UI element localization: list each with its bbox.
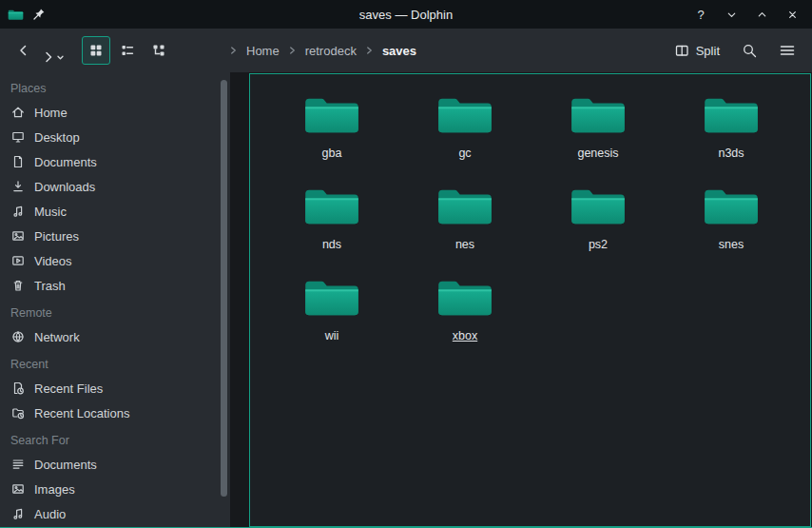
search-button[interactable] (734, 35, 764, 66)
sidebar-item-pictures[interactable]: Pictures (0, 224, 230, 248)
sidebar-item-label: Documents (34, 458, 97, 472)
folder-item-gc[interactable]: gc (398, 84, 532, 175)
music-note-icon (10, 204, 26, 219)
maximize-icon (756, 9, 768, 21)
hamburger-icon (779, 43, 796, 58)
back-button[interactable] (10, 36, 38, 65)
section-title-remote: Remote (0, 298, 230, 324)
video-icon (10, 253, 26, 268)
folder-name: n3ds (718, 147, 744, 160)
folder-item-genesis[interactable]: genesis (532, 84, 665, 175)
sidebar-item-desktop[interactable]: Desktop (0, 125, 230, 149)
folder-icon (302, 276, 361, 320)
sidebar-item-label: Pictures (34, 229, 79, 244)
sidebar-item-label: Videos (34, 254, 72, 268)
folder-item-n3ds[interactable]: n3ds (665, 84, 798, 175)
image-icon (10, 481, 26, 497)
sidebar-item-label: Music (34, 205, 67, 219)
sidebar-item-downloads[interactable]: Downloads (0, 174, 230, 199)
pin-icon[interactable] (32, 8, 46, 21)
breadcrumb: Home retrodeck saves (230, 42, 417, 60)
document-icon (10, 154, 26, 169)
sidebar-item-label: Audio (34, 507, 66, 521)
folder-name: genesis (577, 147, 618, 160)
breadcrumb-retrodeck[interactable]: retrodeck (304, 42, 358, 60)
folder-icon (569, 185, 628, 228)
folder-name: gba (322, 147, 342, 160)
sidebar-item-label: Desktop (34, 130, 80, 145)
sidebar-item-label: Home (34, 106, 68, 120)
folder-icon (702, 93, 761, 137)
folder-icon (569, 93, 628, 137)
folder-name: xbox (453, 329, 477, 342)
sidebar-item-music[interactable]: Music (0, 199, 230, 224)
dolphin-window: saves — Dolphin ? (0, 0, 812, 528)
sidebar-item-label: Trash (34, 279, 66, 293)
sidebar-item-label: Documents (34, 155, 97, 169)
trash-icon (10, 278, 26, 293)
sidebar-item-search-audio[interactable]: Audio (0, 501, 230, 526)
sidebar-item-search-documents[interactable]: Documents (0, 452, 230, 477)
folder-name: nes (455, 238, 474, 251)
tree-view-icon (151, 43, 166, 58)
recent-files-icon (10, 381, 26, 396)
section-title-recent: Recent (0, 349, 230, 376)
folder-icon (8, 9, 24, 21)
hamburger-menu-button[interactable] (772, 35, 802, 66)
folder-icon (435, 185, 494, 228)
folder-item-ps2[interactable]: ps2 (532, 175, 665, 266)
sidebar-item-label: Images (34, 482, 75, 497)
chevron-right-icon (289, 46, 296, 55)
sidebar-item-videos[interactable]: Videos (0, 248, 230, 273)
folder-icon (302, 185, 361, 228)
folder-name: nds (322, 238, 341, 251)
folder-item-nds[interactable]: nds (265, 175, 398, 266)
sidebar-item-network[interactable]: Network (0, 324, 230, 349)
sidebar-item-recent-locations[interactable]: Recent Locations (0, 401, 230, 425)
compact-view-button[interactable] (113, 36, 142, 65)
folder-item-nes[interactable]: nes (398, 175, 532, 266)
sidebar-item-label: Recent Locations (34, 406, 129, 420)
tree-view-button[interactable] (145, 36, 173, 65)
minimize-button[interactable] (719, 3, 744, 26)
chevron-right-icon (366, 46, 373, 55)
split-icon (674, 43, 689, 58)
icons-view-button[interactable] (82, 36, 110, 65)
breadcrumb-home[interactable]: Home (245, 42, 280, 60)
folder-icon (435, 276, 494, 320)
close-button[interactable] (780, 3, 804, 26)
breadcrumb-saves[interactable]: saves (381, 42, 417, 60)
split-button-label: Split (696, 44, 720, 58)
folder-item-xbox[interactable]: xbox (398, 266, 532, 358)
folder-item-wii[interactable]: wii (265, 266, 398, 358)
sidebar-scrollbar[interactable] (221, 80, 227, 497)
maximize-button[interactable] (749, 3, 774, 26)
forward-dropdown-caret[interactable] (56, 48, 65, 65)
content-area: Places Home Desktop Documents Downloads … (0, 72, 812, 527)
desktop-icon (10, 129, 26, 145)
section-title-search-for: Search For (0, 425, 230, 452)
folder-name: gc (458, 147, 471, 160)
toolbar: Home retrodeck saves Split (0, 29, 812, 72)
download-icon (10, 179, 26, 194)
folder-item-gba[interactable]: gba (265, 84, 398, 175)
sidebar-item-documents[interactable]: Documents (0, 149, 230, 174)
folder-icon (302, 93, 361, 137)
folder-name: wii (325, 329, 339, 342)
view-mode-group (82, 36, 173, 65)
help-button[interactable]: ? (688, 3, 713, 26)
sidebar-item-search-images[interactable]: Images (0, 477, 230, 501)
forward-button[interactable] (38, 36, 67, 65)
close-icon (786, 9, 799, 21)
music-note-icon (10, 506, 26, 521)
minimize-icon (725, 9, 738, 21)
folder-item-snes[interactable]: snes (665, 175, 798, 266)
split-button[interactable]: Split (667, 35, 726, 66)
document-lines-icon (10, 457, 26, 472)
sidebar-item-recent-files[interactable]: Recent Files (0, 376, 230, 401)
sidebar-item-trash[interactable]: Trash (0, 273, 230, 298)
help-icon: ? (697, 8, 704, 22)
chevron-right-icon (230, 46, 237, 55)
forward-icon (41, 49, 56, 65)
sidebar-item-home[interactable]: Home (0, 100, 230, 125)
